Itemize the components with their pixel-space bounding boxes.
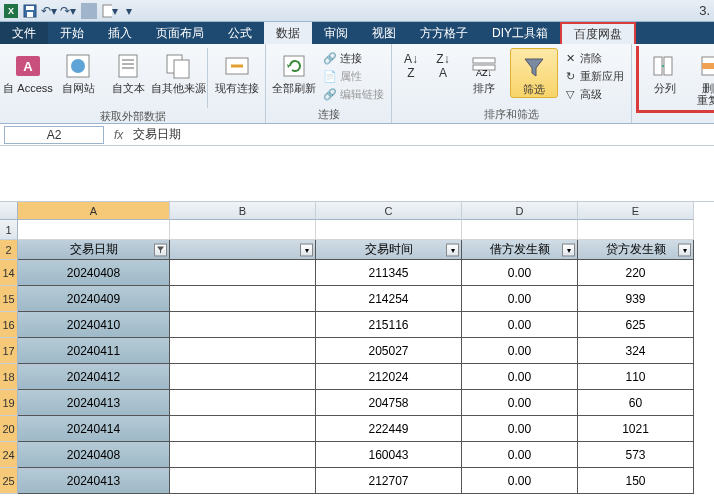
row-header[interactable]: 18 [0, 364, 18, 390]
filter-dropdown-icon[interactable]: ▾ [678, 243, 691, 256]
cell[interactable]: 0.00 [462, 416, 578, 442]
cell[interactable]: 0.00 [462, 338, 578, 364]
cell[interactable]: 212707 [316, 468, 462, 494]
from-other-button[interactable]: 自其他来源 [154, 48, 202, 96]
undo-icon[interactable]: ↶▾ [41, 3, 57, 19]
existing-connections-button[interactable]: 现有连接 [213, 48, 261, 96]
reapply-button[interactable]: ↻重新应用 [560, 68, 627, 85]
cell[interactable]: 220 [578, 260, 694, 286]
col-header-A[interactable]: A [18, 202, 170, 220]
filter-dropdown-icon[interactable] [154, 243, 167, 256]
cell[interactable]: 20240408 [18, 442, 170, 468]
edit-links-button[interactable]: 🔗编辑链接 [320, 86, 387, 103]
row-header[interactable]: 17 [0, 338, 18, 364]
sort-button[interactable]: AZ↓排序 [460, 48, 508, 96]
cell[interactable] [170, 416, 316, 442]
redo-icon[interactable]: ↷▾ [60, 3, 76, 19]
cell[interactable]: 0.00 [462, 286, 578, 312]
tab-view[interactable]: 视图 [360, 22, 408, 44]
filter-dropdown-icon[interactable]: ▾ [446, 243, 459, 256]
tab-formula[interactable]: 公式 [216, 22, 264, 44]
tab-review[interactable]: 审阅 [312, 22, 360, 44]
filter-dropdown-icon[interactable]: ▾ [562, 243, 575, 256]
sort-asc-button[interactable]: A↓Z [396, 48, 426, 84]
cell[interactable]: 0.00 [462, 260, 578, 286]
row-header[interactable]: 2 [0, 240, 18, 260]
refresh-all-button[interactable]: 全部刷新 [270, 48, 318, 96]
cell[interactable] [170, 220, 316, 240]
clear-filter-button[interactable]: ✕清除 [560, 50, 627, 67]
cell[interactable] [316, 220, 462, 240]
filter-dropdown-icon[interactable]: ▾ [300, 243, 313, 256]
cell[interactable]: 110 [578, 364, 694, 390]
cell[interactable]: 573 [578, 442, 694, 468]
formula-input[interactable]: 交易日期 [129, 125, 714, 144]
cell[interactable]: 0.00 [462, 364, 578, 390]
new-icon[interactable]: ▾ [102, 3, 118, 19]
cell[interactable]: ▾ [170, 240, 316, 260]
cell[interactable] [170, 468, 316, 494]
qat-customize-icon[interactable]: ▾ [121, 3, 137, 19]
cell[interactable]: 贷方发生额▾ [578, 240, 694, 260]
tab-data[interactable]: 数据 [264, 22, 312, 44]
tab-start[interactable]: 开始 [48, 22, 96, 44]
cell[interactable]: 借方发生额▾ [462, 240, 578, 260]
row-header[interactable]: 16 [0, 312, 18, 338]
cell[interactable]: 150 [578, 468, 694, 494]
cell[interactable] [578, 220, 694, 240]
cell[interactable]: 324 [578, 338, 694, 364]
cell[interactable]: 214254 [316, 286, 462, 312]
cell[interactable]: 212024 [316, 364, 462, 390]
cell[interactable]: 20240411 [18, 338, 170, 364]
from-text-button[interactable]: 自文本 [104, 48, 152, 96]
tab-insert[interactable]: 插入 [96, 22, 144, 44]
cell[interactable]: 204758 [316, 390, 462, 416]
cell[interactable]: 211345 [316, 260, 462, 286]
cell[interactable] [170, 364, 316, 390]
tab-baidupan[interactable]: 百度网盘 [560, 22, 636, 44]
cell[interactable]: 20240413 [18, 390, 170, 416]
cell[interactable]: 20240412 [18, 364, 170, 390]
properties-button[interactable]: 📄属性 [320, 68, 387, 85]
cell[interactable]: 20240414 [18, 416, 170, 442]
cell[interactable]: 20240408 [18, 260, 170, 286]
cell[interactable] [170, 312, 316, 338]
cell[interactable] [170, 260, 316, 286]
text-to-columns-button[interactable]: 分列 [641, 48, 689, 108]
fx-icon[interactable]: fx [114, 128, 123, 142]
filter-button[interactable]: 筛选 [510, 48, 558, 98]
row-header[interactable]: 14 [0, 260, 18, 286]
from-access-button[interactable]: A自 Access [4, 48, 52, 96]
name-box[interactable]: A2 [4, 126, 104, 144]
row-header[interactable]: 1 [0, 220, 18, 240]
select-all-corner[interactable] [0, 202, 18, 220]
cell[interactable]: 160043 [316, 442, 462, 468]
row-header[interactable]: 19 [0, 390, 18, 416]
cell[interactable]: 215116 [316, 312, 462, 338]
tab-fgz[interactable]: 方方格子 [408, 22, 480, 44]
cell[interactable]: 20240413 [18, 468, 170, 494]
col-header-E[interactable]: E [578, 202, 694, 220]
cell[interactable]: 60 [578, 390, 694, 416]
row-header[interactable]: 25 [0, 468, 18, 494]
cell[interactable]: 0.00 [462, 442, 578, 468]
cell[interactable]: 625 [578, 312, 694, 338]
remove-duplicates-button[interactable]: 删除 重复项 [689, 48, 714, 108]
connections-button[interactable]: 🔗连接 [320, 50, 387, 67]
from-web-button[interactable]: 自网站 [54, 48, 102, 96]
col-header-C[interactable]: C [316, 202, 462, 220]
cell[interactable]: 1021 [578, 416, 694, 442]
cell[interactable]: 0.00 [462, 390, 578, 416]
cell[interactable]: 0.00 [462, 312, 578, 338]
advanced-button[interactable]: ▽高级 [560, 86, 627, 103]
cell[interactable]: 205027 [316, 338, 462, 364]
cell[interactable]: 20240409 [18, 286, 170, 312]
cell[interactable] [462, 220, 578, 240]
cell[interactable]: 222449 [316, 416, 462, 442]
cell[interactable] [170, 442, 316, 468]
cell[interactable]: 939 [578, 286, 694, 312]
row-header[interactable]: 15 [0, 286, 18, 312]
cell[interactable]: 0.00 [462, 468, 578, 494]
col-header-D[interactable]: D [462, 202, 578, 220]
tab-layout[interactable]: 页面布局 [144, 22, 216, 44]
